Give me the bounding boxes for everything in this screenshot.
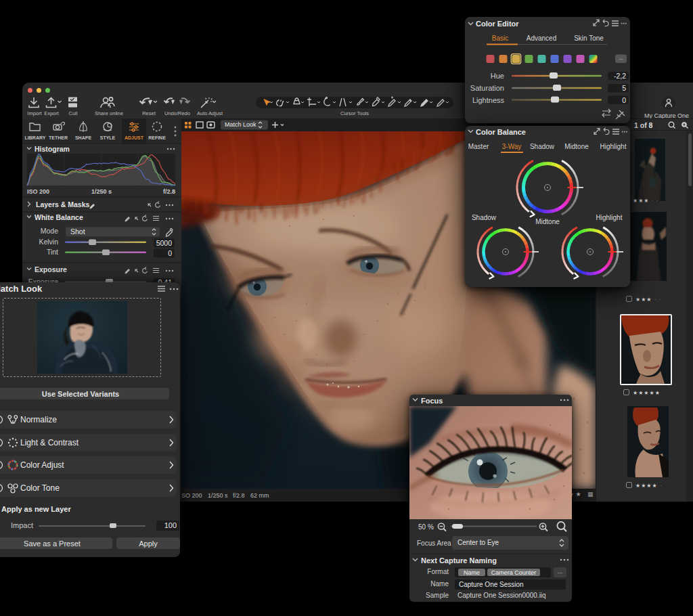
svg-text:Camera Counter: Camera Counter — [491, 569, 537, 576]
svg-text:Sample: Sample — [426, 592, 449, 599]
svg-text:Name: Name — [430, 580, 449, 588]
svg-text:STYLE: STYLE — [100, 135, 116, 140]
svg-text:Shadow: Shadow — [472, 214, 497, 221]
svg-text:Normalize: Normalize — [20, 415, 57, 424]
svg-text:Reset: Reset — [142, 110, 156, 116]
svg-text:TETHER: TETHER — [49, 135, 68, 140]
svg-text:White Balance: White Balance — [35, 213, 83, 221]
svg-text:Midtone: Midtone — [564, 143, 589, 150]
svg-text:3-Way: 3-Way — [502, 143, 522, 150]
svg-text:Auto Adjust: Auto Adjust — [197, 110, 223, 116]
svg-text:Color Balance: Color Balance — [476, 128, 526, 136]
svg-text:f/2.8: f/2.8 — [163, 188, 175, 195]
svg-text:Master: Master — [468, 143, 489, 150]
svg-text:LIBRARY: LIBRARY — [25, 135, 46, 140]
svg-text:Midtone: Midtone — [535, 218, 560, 225]
svg-text:...: ... — [558, 568, 563, 575]
svg-text:Match Look: Match Look — [225, 121, 256, 128]
svg-text:5000: 5000 — [156, 239, 173, 247]
svg-text:Lightness: Lightness — [472, 96, 505, 104]
svg-text:Kelvin: Kelvin — [39, 238, 58, 246]
svg-text:Saturation: Saturation — [470, 84, 504, 92]
svg-text:Mode: Mode — [41, 227, 58, 235]
svg-text:SHAPE: SHAPE — [75, 135, 91, 140]
svg-text:5: 5 — [622, 84, 626, 92]
svg-text:...: ... — [619, 55, 623, 61]
svg-text:Shadow: Shadow — [530, 143, 555, 150]
svg-text:0: 0 — [622, 96, 626, 104]
svg-text:ADJUST: ADJUST — [125, 135, 144, 140]
svg-text:Undo/Redo: Undo/Redo — [164, 110, 190, 116]
svg-text:Histogram: Histogram — [35, 145, 70, 153]
svg-text:Share online: Share online — [95, 110, 123, 116]
svg-text:0: 0 — [168, 249, 172, 257]
svg-text:1/250 s: 1/250 s — [91, 188, 112, 195]
svg-text:Tint: Tint — [47, 248, 58, 256]
svg-text:Highlight: Highlight — [600, 143, 627, 150]
svg-text:Shot: Shot — [70, 227, 85, 236]
svg-text:Light & Contrast: Light & Contrast — [20, 438, 79, 447]
svg-text:Format: Format — [427, 568, 449, 575]
svg-text:Color Editor: Color Editor — [476, 20, 519, 28]
svg-text:Skin Tone: Skin Tone — [574, 35, 604, 42]
svg-text:Capture One Session0000.iiq: Capture One Session0000.iiq — [457, 592, 546, 599]
svg-text:Name: Name — [464, 569, 480, 576]
svg-text:Hue: Hue — [491, 72, 504, 80]
svg-text:Cursor Tools: Cursor Tools — [340, 110, 369, 116]
svg-text:⋯: ⋯ — [621, 20, 627, 27]
svg-text:Import: Import — [27, 110, 42, 116]
svg-text:Next Capture Naming: Next Capture Naming — [421, 556, 497, 565]
svg-text:Capture One Session: Capture One Session — [459, 581, 524, 588]
svg-text:⋯: ⋯ — [621, 128, 628, 135]
svg-text:Basic: Basic — [492, 35, 508, 42]
svg-text:50 %: 50 % — [418, 523, 434, 531]
svg-text:Layers & Masks: Layers & Masks — [36, 200, 90, 208]
svg-text:Color Tone: Color Tone — [20, 483, 60, 493]
svg-text:Highlight: Highlight — [596, 214, 623, 221]
svg-text:Export: Export — [44, 110, 60, 116]
svg-text:Advanced: Advanced — [527, 35, 556, 42]
svg-text:Cull: Cull — [69, 110, 78, 116]
svg-text:-2,2: -2,2 — [614, 72, 626, 80]
svg-text:Exposure: Exposure — [35, 265, 67, 273]
svg-text:ISO 200: ISO 200 — [27, 188, 49, 195]
svg-text:Color Adjust: Color Adjust — [20, 460, 64, 470]
svg-text:REFINE: REFINE — [148, 135, 166, 140]
svg-text:Focus: Focus — [421, 397, 443, 405]
